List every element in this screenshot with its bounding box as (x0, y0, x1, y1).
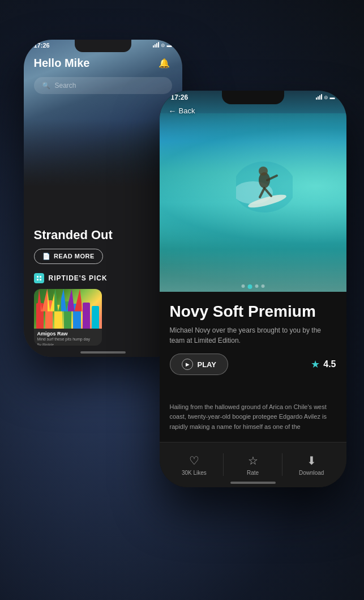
scroll-indicators (241, 284, 264, 289)
read-more-button[interactable]: 📄 READ MORE (34, 249, 103, 264)
riptide-pick-section: RIPTIDE'S PICK (34, 273, 172, 283)
notification-bell-icon[interactable]: 🔔 (156, 56, 172, 71)
wifi-icon: ⊜ (161, 42, 165, 48)
phone1-header-area: Hello Mike 🔔 🔍 Search (24, 56, 182, 94)
scroll-dot (261, 284, 264, 288)
phone2-hero-image (160, 91, 346, 295)
play-button[interactable]: ▶ PLAY (170, 354, 228, 375)
read-more-label: READ MORE (54, 253, 95, 259)
phone1-bottom-content: Stranded Out 📄 READ MORE RIPTIDE' (24, 228, 182, 356)
phone1-status-icons: ⊜ ▬ (153, 42, 172, 48)
long-description-area: Hailing from the hallowed ground of Aric… (160, 395, 346, 439)
card-desc: Mind surf these pits hump day (37, 337, 99, 342)
product-title: Novy Soft Premium (170, 302, 336, 321)
battery-icon: ▬ (330, 95, 335, 100)
search-placeholder: Search (55, 82, 76, 90)
back-arrow-icon: ← (169, 107, 177, 116)
phone2-home-indicator (230, 482, 276, 484)
rate-label: Rate (247, 470, 259, 476)
hero-title: Stranded Out (34, 228, 172, 242)
back-button[interactable]: ← Back (169, 107, 195, 116)
svg-rect-0 (37, 276, 38, 278)
greeting-text: Hello Mike (34, 57, 90, 70)
play-label: PLAY (198, 360, 216, 369)
svg-rect-3 (40, 279, 41, 280)
scroll-dot (255, 284, 258, 288)
nav-item-download[interactable]: ⬇ Download (282, 454, 341, 476)
phone-2: 17:26 ⊜ ▬ ← Back Nov (160, 91, 346, 487)
phone-1: 17:26 ⊜ ▬ Hello Mike 🔔 (24, 40, 182, 357)
phone1-header: Hello Mike 🔔 (34, 56, 172, 71)
star-outline-icon: ☆ (248, 454, 258, 467)
signal-icon (153, 42, 159, 48)
heart-icon: ♡ (189, 454, 199, 467)
card-image (34, 289, 102, 329)
signal-icon (316, 95, 322, 100)
battery-icon: ▬ (167, 42, 172, 48)
nav-item-rate[interactable]: ☆ Rate (224, 454, 282, 476)
svg-rect-2 (37, 279, 38, 280)
search-icon: 🔍 (42, 82, 50, 90)
star-icon: ★ (311, 358, 320, 371)
nav-item-likes[interactable]: ♡ 30K Likes (165, 454, 224, 476)
scroll-dot (241, 284, 245, 288)
phone1-time: 17:26 (34, 42, 50, 49)
svg-rect-1 (40, 276, 41, 278)
rating-value: 4.5 (323, 359, 336, 369)
play-row: ▶ PLAY ★ 4.5 (170, 354, 336, 375)
search-bar[interactable]: 🔍 Search (34, 77, 172, 94)
wifi-icon: ⊜ (324, 95, 328, 100)
riptide-pick-label: RIPTIDE'S PICK (49, 274, 108, 282)
long-description-text: Hailing from the hallowed ground of Aric… (170, 402, 336, 432)
surfer-figure (236, 136, 293, 215)
svg-point-8 (259, 167, 268, 176)
likes-label: 30K Likes (182, 470, 207, 476)
back-label: Back (179, 107, 195, 115)
product-description: Michael Novy over the years brought to y… (170, 325, 336, 346)
rating-display: ★ 4.5 (311, 358, 336, 371)
download-label: Download (299, 470, 324, 476)
download-icon: ⬇ (307, 454, 316, 467)
scroll-dot-active (247, 284, 252, 289)
play-circle-icon: ▶ (182, 359, 193, 370)
card-title: Amigos Raw (37, 331, 99, 337)
phone2-status-icons: ⊜ ▬ (316, 95, 335, 100)
phone1-home-indicator (80, 351, 126, 354)
phone2-time: 17:26 (171, 93, 189, 101)
riptide-pick-icon (34, 273, 44, 283)
card-author: By Riptide 21st June 2023 (37, 343, 99, 346)
phone1-status-bar: 17:26 ⊜ ▬ (24, 42, 182, 49)
read-more-icon: 📄 (42, 253, 51, 260)
phone2-status-bar: 17:26 ⊜ ▬ (160, 93, 346, 101)
bottom-navigation: ♡ 30K Likes ☆ Rate ⬇ Download (160, 442, 346, 487)
card-preview[interactable]: Amigos Raw Mind surf these pits hump day… (34, 289, 102, 346)
